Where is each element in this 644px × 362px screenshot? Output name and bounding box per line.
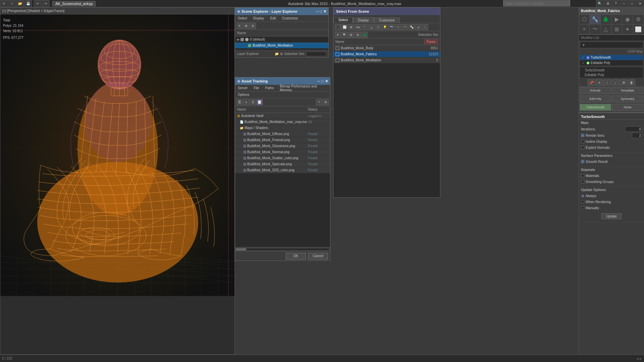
mod-nav-delete[interactable]: 🗑 — [628, 79, 635, 85]
selection-set-input[interactable] — [306, 52, 326, 56]
asset-row-specular[interactable]: 🖼Buddhist_Monk_Specular.png Found — [235, 161, 330, 167]
scene-explorer-menu-select[interactable]: Select — [236, 16, 249, 20]
viewport-canvas[interactable] — [0, 14, 234, 354]
mod-tab-particle[interactable]: ✦ — [622, 24, 633, 35]
sfs-close-btn[interactable]: ✕ — [335, 32, 341, 38]
toolbar-btn-settings[interactable]: ⚙ — [604, 0, 611, 7]
toolbar-btn-minimize[interactable]: ─ — [620, 0, 628, 7]
isoline-checkbox[interactable] — [581, 140, 584, 143]
sfs-item-body[interactable]: Buddhist_Monk_Body 9051 — [333, 45, 440, 51]
sfs-toolbar-wildcard[interactable]: * — [362, 24, 368, 30]
scene-explorer-minimize[interactable]: ─ — [316, 9, 319, 14]
sfs-toolbar-helpers[interactable]: + — [395, 24, 401, 30]
sfs-toolbar-filter[interactable]: ⊿ — [415, 24, 421, 30]
sfs-tab-select[interactable]: Select — [333, 17, 353, 23]
asset-toolbar-settings[interactable]: ⚙ — [323, 99, 329, 105]
toolbar-btn-menu[interactable]: ≡ — [0, 0, 8, 7]
asset-menu-options[interactable]: Options — [236, 93, 251, 97]
mod-tab-compound[interactable]: ⊞ — [611, 24, 622, 35]
scene-explorer-close[interactable]: ✕ — [323, 9, 326, 14]
sfs-toolbar-case[interactable]: Aa — [355, 24, 361, 30]
asset-scrollbar[interactable] — [235, 247, 330, 251]
asset-row-maps[interactable]: 📁Maps / Shaders — [235, 125, 330, 131]
toolbar-btn-redo[interactable]: ↪ — [42, 0, 49, 7]
mod-btn-extrude[interactable]: Extrude — [580, 87, 611, 94]
smooth-result-checkbox[interactable]: ✓ — [581, 160, 584, 163]
mod-tab-modify[interactable]: 🔧 — [590, 15, 600, 24]
toolbar-btn-new[interactable]: □ — [8, 0, 16, 7]
always-radio[interactable] — [581, 194, 584, 197]
scene-explorer-maximize[interactable]: □ — [320, 9, 322, 14]
mod-nav-config[interactable]: ⚙ — [620, 79, 627, 85]
asset-row-normal[interactable]: 🖼Buddhist_Monk_Normal.png Found — [235, 149, 330, 155]
asset-scrollbar-track[interactable] — [236, 248, 329, 251]
mod-btn-symmetry[interactable]: Symmetry — [612, 96, 643, 102]
toolbar-btn-help[interactable]: ? — [612, 0, 620, 7]
mod-nav-down[interactable]: ↓ — [612, 79, 619, 85]
mod-nav-pin[interactable]: 📌 — [588, 79, 595, 85]
sfs-item-fabrics[interactable]: Buddhist_Monk_Fabrics 12103 — [333, 51, 440, 57]
asset-menu-file[interactable]: File — [252, 86, 260, 90]
folder-icon[interactable]: 📁 — [275, 52, 279, 56]
expand-icon[interactable]: ⊞ — [280, 52, 283, 56]
search-box[interactable]: Type a keyword or phrase — [503, 0, 570, 6]
update-button[interactable]: Update — [601, 213, 622, 219]
sfs-toolbar-all[interactable]: ⬛ — [335, 24, 341, 30]
mod-nav-list[interactable]: ≡ — [596, 79, 603, 85]
toolbar-btn-open[interactable]: 📂 — [16, 0, 24, 7]
asset-toolbar-edit[interactable]: 📝 — [257, 99, 263, 105]
asset-row-vault[interactable]: 🏛Autodesk Vault Logged O... — [235, 113, 330, 119]
asset-scrollbar-thumb[interactable] — [236, 248, 246, 250]
asset-toolbar-help[interactable]: ? — [316, 99, 322, 105]
toolbar-collapse-btn[interactable]: ⊟ — [250, 23, 256, 29]
explicit-normals-checkbox[interactable] — [581, 146, 584, 149]
sfs-toolbar-sort[interactable]: ↕ — [422, 24, 428, 30]
mod-btn-turbosmooth[interactable]: TurboSmooth — [580, 104, 611, 111]
toolbar-expand-btn[interactable]: ⊞ — [243, 23, 249, 29]
mod-tab-spline[interactable]: 〜 — [590, 24, 600, 35]
modifier-expanded-turbosmooth[interactable]: TurboSmooth — [581, 68, 642, 72]
render-iters-checkbox[interactable]: ✓ — [581, 134, 584, 137]
asset-ok-button[interactable]: OK — [286, 253, 306, 259]
asset-row-sss[interactable]: 🖼Buddhist_Monk_SSS_color.png Found — [235, 167, 330, 173]
smoothing-groups-checkbox[interactable] — [581, 180, 584, 183]
sfs-toolbar-none[interactable]: ⬜ — [341, 24, 347, 30]
toolbar-btn-render[interactable]: 🔍 — [596, 0, 603, 7]
sfs-toolbar-geo[interactable]: △ — [368, 24, 374, 30]
asset-menu-paths[interactable]: Paths — [264, 86, 275, 90]
mod-tab-hierarchy[interactable]: 🌲 — [601, 15, 611, 24]
scene-explorer-menu-edit[interactable]: Edit — [269, 16, 277, 20]
asset-close[interactable]: ✕ — [325, 79, 328, 83]
modifier-stack-turbosmooth[interactable]: ✓ TurboSmooth — [580, 55, 643, 60]
mod-tab-create[interactable]: + — [579, 24, 590, 35]
asset-minimize[interactable]: ─ — [318, 79, 320, 83]
toolbar-btn-maximize[interactable]: □ — [628, 0, 636, 7]
sfs-toolbar-camera[interactable]: 📷 — [388, 24, 394, 30]
mod-tab-shapes[interactable]: ⬡ — [579, 15, 590, 24]
asset-menu-server[interactable]: Server — [236, 86, 249, 90]
asset-cancel-button[interactable]: Cancel — [308, 253, 328, 259]
sfs-toolbar-bones[interactable]: 🦴 — [409, 24, 415, 30]
render-iters-input[interactable] — [632, 133, 642, 138]
sfs-toolbar-invert[interactable]: ⊞ — [348, 24, 354, 30]
toolbar-btn-close[interactable]: ✕ — [636, 0, 644, 7]
mod-nav-up[interactable]: ↑ — [604, 79, 611, 85]
scene-explorer-menu-display[interactable]: Display — [252, 16, 266, 20]
sfs-tab-display[interactable]: Display — [353, 17, 374, 23]
sfs-tree-btn[interactable]: 🌲 — [362, 32, 368, 38]
mod-btn-editpoly[interactable]: Edit Poly — [580, 96, 611, 102]
mod-tab-motion[interactable]: ▶ — [611, 15, 622, 24]
sfs-tab-customize[interactable]: Customize — [374, 17, 400, 23]
toolbar-btn-undo[interactable]: ↩ — [34, 0, 41, 7]
asset-maximize[interactable]: □ — [321, 79, 324, 83]
sfs-collapse-btn[interactable]: ⊟ — [355, 32, 361, 38]
sfs-toolbar-lights[interactable]: 💡 — [382, 24, 388, 30]
mod-btn-noise[interactable]: Noise — [612, 104, 643, 111]
sfs-toolbar-shapes[interactable]: ⬡ — [375, 24, 381, 30]
layer-tree-item-monk[interactable]: Buddhist_Monk_Meditation — [235, 43, 328, 49]
asset-toolbar-list[interactable]: ☰ — [250, 99, 256, 105]
asset-menu-bitmap[interactable]: Bitmap Performance and Memory — [278, 84, 329, 92]
materials-checkbox[interactable] — [581, 174, 584, 177]
modifier-dropdown[interactable]: ▼ — [580, 42, 643, 48]
mod-tab-utilities[interactable]: ⚙ — [633, 15, 644, 24]
